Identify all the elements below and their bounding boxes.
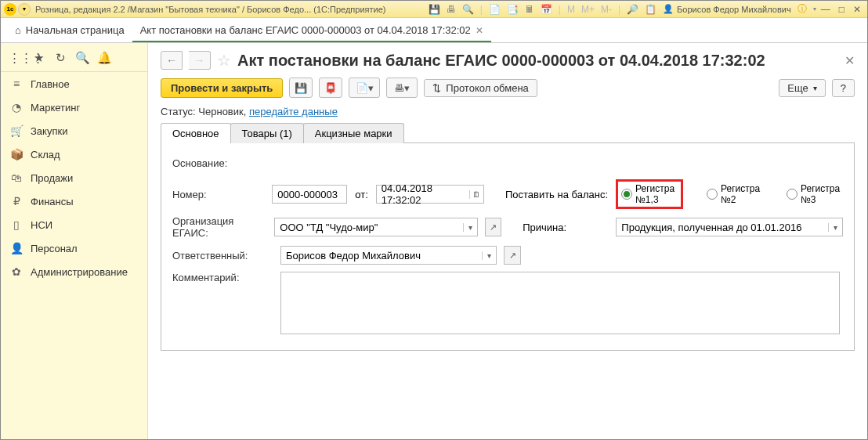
register-label: Поставить на баланс: — [505, 189, 608, 200]
create-based-on-button[interactable]: 📄▾ — [349, 78, 380, 98]
tab-main[interactable]: Основное — [161, 123, 231, 143]
basis-label: Основание: — [172, 157, 273, 169]
window-title: Розница, редакция 2.2 /Магазин "Бытовая … — [35, 5, 385, 14]
save-button[interactable]: 💾 — [289, 78, 313, 98]
chevron-down-icon: ▾ — [813, 84, 817, 92]
m-plus-btn[interactable]: M+ — [580, 4, 596, 15]
from-label: от: — [355, 189, 368, 200]
ruble-icon: ₽ — [10, 195, 23, 207]
tab-document[interactable]: Акт постановки на баланс ЕГАИС 0000-0000… — [132, 20, 491, 42]
current-user[interactable]: 👤 Борисов Федор Михайлович — [663, 4, 791, 14]
clipboard-icon[interactable]: 📋 — [643, 4, 658, 15]
sidebar-item-marketing[interactable]: ◔Маркетинг — [1, 96, 147, 119]
minimize-button[interactable]: — — [818, 4, 834, 15]
org-field[interactable]: ООО "ТД "Чудо-мир" ▾ — [274, 218, 478, 236]
nav-forward-button[interactable]: → — [189, 51, 211, 70]
form-panel: Основание: Номер: от: 04.04.2018 17:32:0… — [161, 143, 855, 351]
help-button[interactable]: ? — [832, 79, 855, 97]
cart-icon: 🛒 — [10, 124, 23, 137]
chevron-down-icon[interactable]: ▾ — [482, 251, 496, 260]
number-field[interactable] — [272, 185, 347, 204]
radio-register-3[interactable]: Регистра №3 — [787, 183, 843, 205]
resp-label: Ответственный: — [172, 250, 273, 261]
bell-icon[interactable]: 🔔 — [96, 51, 112, 65]
m-btn[interactable]: M — [566, 4, 577, 15]
m-minus-btn[interactable]: M- — [599, 4, 613, 15]
more-button[interactable]: Еще▾ — [779, 79, 825, 97]
info-icon[interactable]: ⓘ — [796, 2, 808, 16]
sidebar-item-sales[interactable]: 🛍Продажи — [1, 166, 147, 189]
info-dropdown[interactable]: ▾ — [812, 5, 818, 13]
top-tabstrip: ⌂ Начальная страница Акт постановки на б… — [1, 18, 867, 43]
doc-icon[interactable]: 📄 — [487, 4, 502, 15]
sidebar-item-main[interactable]: ≡Главное — [1, 72, 147, 96]
reason-field[interactable]: Продукция, полученная до 01.01.2016 ▾ — [616, 218, 843, 236]
tab-goods[interactable]: Товары (1) — [230, 123, 304, 143]
exchange-icon: ⇅ — [432, 82, 441, 94]
content-area: ← → ☆ Акт постановки на баланс ЕГАИС 000… — [148, 43, 867, 440]
print-icon[interactable]: 🖶 — [445, 4, 458, 15]
preview-icon[interactable]: 🔍 — [461, 4, 476, 15]
status-link[interactable]: передайте данные — [249, 106, 338, 117]
history-icon[interactable]: ↻ — [52, 51, 68, 65]
number-label: Номер: — [172, 189, 264, 200]
app-menu-dropdown[interactable]: ▾ — [18, 3, 31, 16]
book-icon: ▯ — [10, 218, 23, 231]
nav-back-button[interactable]: ← — [161, 51, 183, 70]
page-title: Акт постановки на баланс ЕГАИС 0000-0000… — [237, 52, 765, 70]
post-button[interactable]: 📮 — [319, 78, 342, 98]
apps-icon[interactable]: ⋮⋮⋮ — [9, 51, 24, 65]
tab-excise[interactable]: Акцизные марки — [303, 123, 404, 143]
window-controls: — □ ✕ — [818, 4, 864, 15]
print-dropdown-button[interactable]: 🖶▾ — [386, 78, 418, 98]
command-bar: Провести и закрыть 💾 📮 📄▾ 🖶▾ ⇅ Протокол … — [161, 78, 855, 98]
close-page-icon[interactable]: ✕ — [844, 53, 855, 68]
comment-field[interactable] — [280, 272, 840, 334]
person-icon: 👤 — [10, 242, 23, 254]
calendar-icon[interactable]: 📅 — [539, 4, 554, 15]
home-icon: ⌂ — [15, 24, 21, 36]
radio-register-1-3[interactable]: Регистра №1,3 — [621, 183, 678, 205]
user-icon: 👤 — [663, 4, 674, 14]
sidebar-item-staff[interactable]: 👤Персонал — [1, 236, 147, 260]
sidebar-item-warehouse[interactable]: 📦Склад — [1, 142, 147, 166]
save-icon[interactable]: 💾 — [427, 4, 442, 15]
star-icon[interactable]: ★ — [31, 51, 46, 65]
chevron-down-icon[interactable]: ▾ — [828, 223, 842, 232]
chevron-down-icon[interactable]: ▾ — [463, 223, 477, 232]
zoom-icon[interactable]: 🔎 — [625, 4, 640, 15]
sidebar-toolrow: ⋮⋮⋮ ★ ↻ 🔍 🔔 — [1, 46, 147, 72]
form-tabs: Основное Товары (1) Акцизные марки — [161, 122, 855, 143]
calc-icon[interactable]: 🖩 — [523, 4, 536, 15]
calendar-picker-icon[interactable]: 🗓 — [469, 190, 483, 199]
reason-label: Причина: — [523, 222, 608, 233]
close-button[interactable]: ✕ — [850, 4, 864, 15]
search-icon[interactable]: 🔍 — [74, 51, 90, 65]
window-titlebar: 1c ▾ Розница, редакция 2.2 /Магазин "Быт… — [1, 1, 867, 18]
post-and-close-button[interactable]: Провести и закрыть — [161, 78, 283, 98]
favorite-star-icon[interactable]: ☆ — [217, 51, 231, 70]
protocol-button[interactable]: ⇅ Протокол обмена — [424, 79, 537, 97]
sidebar-item-admin[interactable]: ✿Администрирование — [1, 260, 147, 283]
responsible-field[interactable]: Борисов Федор Михайлович ▾ — [280, 246, 497, 265]
bag-icon: 🛍 — [10, 171, 23, 184]
sidebar: ⋮⋮⋮ ★ ↻ 🔍 🔔 ≡Главное ◔Маркетинг 🛒Закупки… — [1, 43, 148, 440]
sidebar-item-nsi[interactable]: ▯НСИ — [1, 213, 147, 236]
titlebar-tool-icons: 💾 🖶 🔍 | 📄 📑 🖩 📅 | M M+ M- | 🔎 📋 — [427, 4, 658, 15]
sidebar-item-finance[interactable]: ₽Финансы — [1, 189, 147, 213]
highlight-box: Регистра №1,3 — [616, 179, 683, 209]
close-tab-icon[interactable]: ✕ — [476, 25, 483, 36]
comment-label: Комментарий: — [172, 272, 273, 283]
compare-icon[interactable]: 📑 — [505, 4, 520, 15]
maximize-button[interactable]: □ — [836, 4, 848, 15]
status-line: Статус: Черновик, передайте данные — [161, 106, 855, 117]
box-icon: 📦 — [10, 148, 23, 160]
list-icon: ≡ — [10, 78, 23, 90]
date-field[interactable]: 04.04.2018 17:32:02 🗓 — [376, 185, 484, 204]
org-label: Организация ЕГАИС: — [172, 215, 266, 239]
tab-home[interactable]: ⌂ Начальная страница — [7, 20, 132, 42]
sidebar-item-purchases[interactable]: 🛒Закупки — [1, 119, 147, 142]
radio-register-2[interactable]: Регистра №2 — [707, 183, 763, 205]
resp-open-button[interactable]: ↗ — [504, 246, 521, 265]
org-open-button[interactable]: ↗ — [485, 218, 501, 236]
